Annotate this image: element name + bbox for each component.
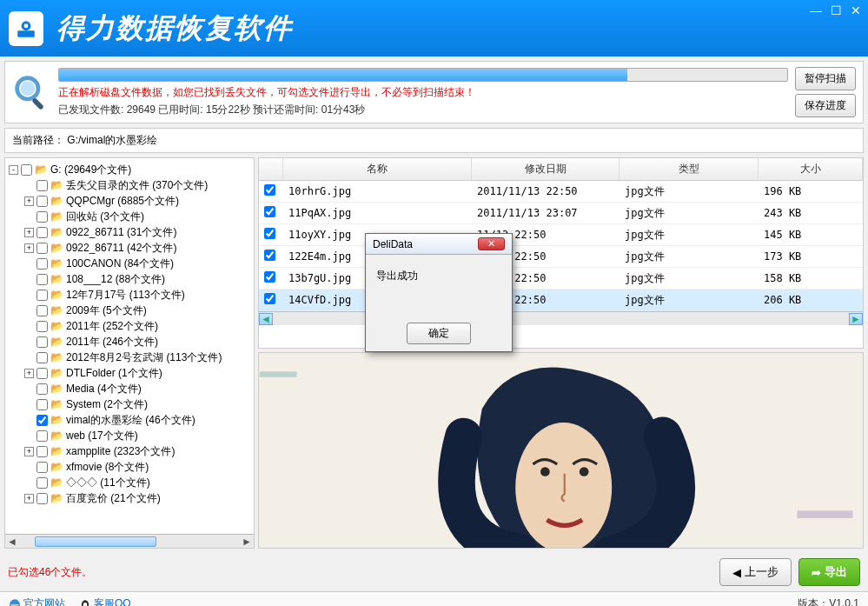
tree-node[interactable]: 📂2012年8月2号玄武湖 (113个文件) xyxy=(9,350,250,365)
tree-checkbox[interactable] xyxy=(36,368,48,379)
cell-type: jpg文件 xyxy=(620,246,759,268)
row-checkbox[interactable] xyxy=(264,206,275,217)
tree-node[interactable]: 📂◇◇◇ (11个文件) xyxy=(9,475,250,490)
folder-icon: 📂 xyxy=(50,475,63,490)
table-row[interactable]: 14CVfD.jpg11/13 22:50jpg文件206 KB xyxy=(259,290,863,311)
tree-node[interactable]: 📂丢失父目录的文件 (370个文件) xyxy=(9,177,250,193)
tree-checkbox[interactable] xyxy=(21,164,32,176)
folder-icon: 📂 xyxy=(50,256,63,271)
svg-point-8 xyxy=(515,423,612,548)
tree-node[interactable]: 📂xfmovie (8个文件) xyxy=(9,459,250,475)
tree-node[interactable]: 📂2011年 (246个文件) xyxy=(9,334,250,350)
tree-checkbox[interactable] xyxy=(36,462,48,473)
tree-expand-toggle[interactable]: + xyxy=(24,243,34,253)
tree-label: 108___12 (88个文件) xyxy=(66,271,165,287)
tree-node[interactable]: 📂2011年 (252个文件) xyxy=(9,318,250,334)
tree-checkbox[interactable] xyxy=(36,493,48,504)
tree-checkbox[interactable] xyxy=(36,196,48,207)
tree-expand-toggle[interactable]: + xyxy=(24,196,34,206)
tree-node[interactable]: 📂回收站 (3个文件) xyxy=(9,209,250,224)
table-row[interactable]: 13b7gU.jpg11/13 22:50jpg文件158 KB xyxy=(259,268,863,290)
row-checkbox[interactable] xyxy=(264,293,275,304)
tree-checkbox[interactable] xyxy=(36,352,48,363)
tree-label: 百度竞价 (21个文件) xyxy=(66,490,161,506)
tree-node[interactable]: +📂0922_86711 (31个文件) xyxy=(9,224,250,240)
save-progress-button[interactable]: 保存进度 xyxy=(795,94,856,117)
row-checkbox[interactable] xyxy=(264,184,275,196)
tree-checkbox[interactable] xyxy=(36,290,48,301)
tree-hscrollbar[interactable]: ◄► xyxy=(5,534,254,548)
tree-node[interactable]: 📂2009年 (5个文件) xyxy=(9,303,250,318)
tree-checkbox[interactable] xyxy=(36,430,48,442)
folder-icon: 📂 xyxy=(50,443,63,459)
tree-checkbox[interactable] xyxy=(36,321,48,332)
pause-scan-button[interactable]: 暂停扫描 xyxy=(795,67,856,90)
row-checkbox[interactable] xyxy=(264,250,275,261)
tree-node[interactable]: 📂108___12 (88个文件) xyxy=(9,271,250,287)
tree-node[interactable]: 📂100CANON (84个文件) xyxy=(9,256,250,271)
tree-checkbox[interactable] xyxy=(36,180,48,191)
tree-checkbox[interactable] xyxy=(36,227,48,238)
tree-checkbox[interactable] xyxy=(36,446,48,457)
col-date[interactable]: 修改日期 xyxy=(472,158,620,180)
tree-expand-toggle[interactable]: - xyxy=(9,165,18,175)
tree-node[interactable]: 📂web (17个文件) xyxy=(9,428,250,443)
cell-type: jpg文件 xyxy=(620,224,759,246)
col-type[interactable]: 类型 xyxy=(620,158,759,180)
row-checkbox[interactable] xyxy=(264,228,275,239)
tree-checkbox[interactable] xyxy=(36,399,48,410)
export-button[interactable]: ➦ 导出 xyxy=(798,558,860,586)
tree-label: 2012年8月2号玄武湖 (113个文件) xyxy=(66,350,222,365)
cell-type: jpg文件 xyxy=(620,268,759,290)
tree-expand-toggle[interactable]: + xyxy=(24,369,34,378)
tree-expand-toggle[interactable]: + xyxy=(24,228,34,237)
scroll-right-icon[interactable]: ► xyxy=(849,313,863,325)
tree-checkbox[interactable] xyxy=(36,243,48,254)
table-row[interactable]: 11oyXY.jpg11/13 22:50jpg文件145 KB xyxy=(259,224,863,246)
dialog-ok-button[interactable]: 确定 xyxy=(407,323,471,344)
tree-checkbox[interactable] xyxy=(36,305,48,316)
close-button[interactable]: ✕ xyxy=(851,3,861,17)
folder-icon: 📂 xyxy=(50,287,63,303)
tree-node[interactable]: +📂xampplite (2323个文件) xyxy=(9,443,250,459)
table-hscrollbar[interactable]: ◄ ► xyxy=(259,311,863,325)
customer-qq-link[interactable]: 客服QQ xyxy=(79,596,131,606)
tree-label: G: (29649个文件) xyxy=(50,162,131,177)
scroll-left-icon[interactable]: ◄ xyxy=(259,313,273,325)
dialog-close-button[interactable]: ✕ xyxy=(478,237,505,250)
official-site-link[interactable]: 官方网站 xyxy=(9,596,65,606)
row-checkbox[interactable] xyxy=(264,271,275,283)
tree-checkbox[interactable] xyxy=(36,415,48,426)
tree-checkbox[interactable] xyxy=(36,258,48,270)
col-size[interactable]: 大小 xyxy=(759,158,863,180)
previous-step-button[interactable]: ◀ 上一步 xyxy=(719,558,792,586)
tree-node[interactable]: +📂百度竞价 (21个文件) xyxy=(9,490,250,506)
minimize-button[interactable]: — xyxy=(810,3,822,17)
folder-tree[interactable]: -📂G: (29649个文件)📂丢失父目录的文件 (370个文件)+📂QQPCM… xyxy=(5,158,254,532)
tree-node[interactable]: +📂QQPCMgr (6885个文件) xyxy=(9,193,250,209)
tree-node[interactable]: +📂0922_86711 (42个文件) xyxy=(9,240,250,256)
maximize-button[interactable]: ☐ xyxy=(831,3,842,17)
tree-node[interactable]: -📂G: (29649个文件) xyxy=(9,162,250,177)
table-row[interactable]: 11PqAX.jpg2011/11/13 23:07jpg文件243 KB xyxy=(259,203,863,224)
tree-checkbox[interactable] xyxy=(36,211,48,223)
table-header: 名称 修改日期 类型 大小 xyxy=(259,158,863,181)
table-row[interactable]: 10rhrG.jpg2011/11/13 22:50jpg文件196 KB xyxy=(259,181,863,203)
tree-node[interactable]: +📂DTLFolder (1个文件) xyxy=(9,365,250,381)
tree-node[interactable]: 📂System (2个文件) xyxy=(9,396,250,412)
tree-node[interactable]: 📂12年7月17号 (113个文件) xyxy=(9,287,250,303)
dialog-titlebar[interactable]: DeliData ✕ xyxy=(366,234,512,255)
tree-checkbox[interactable] xyxy=(36,336,48,348)
tree-expand-toggle[interactable]: + xyxy=(24,494,34,503)
path-label: 当前路径： xyxy=(12,134,64,146)
scan-progressbar xyxy=(58,68,788,82)
tree-checkbox[interactable] xyxy=(36,383,48,395)
prev-label: 上一步 xyxy=(745,564,779,580)
col-name[interactable]: 名称 xyxy=(283,158,472,180)
tree-node[interactable]: 📂vimal的水墨彩绘 (46个文件) xyxy=(9,412,250,428)
tree-expand-toggle[interactable]: + xyxy=(24,447,34,456)
tree-checkbox[interactable] xyxy=(36,274,48,285)
tree-checkbox[interactable] xyxy=(36,477,48,489)
table-row[interactable]: 122E4m.jpg11/13 22:50jpg文件173 KB xyxy=(259,246,863,268)
tree-node[interactable]: 📂Media (4个文件) xyxy=(9,381,250,396)
